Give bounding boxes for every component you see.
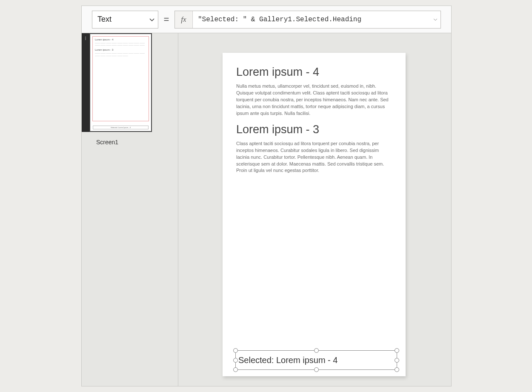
thumbnail-grip[interactable] (82, 33, 89, 132)
thumb-item-heading: Lorem ipsum - 4 (95, 38, 146, 41)
resize-handle-n[interactable] (314, 348, 319, 353)
gallery-item-body: Nulla metus metus, ullamcorper vel, tinc… (236, 83, 392, 117)
gallery-item[interactable]: Lorem ipsum - 4 Nulla metus metus, ullam… (236, 66, 392, 117)
gallery[interactable]: Lorem ipsum - 4 Nulla metus metus, ullam… (223, 53, 406, 174)
thumb-selected-label: Selected: Lorem Ipsum - 4 (93, 126, 149, 129)
gallery-item-heading: Lorem ipsum - 4 (236, 66, 392, 79)
screen-thumbnail[interactable]: Lorem ipsum - 4 ——— ——— ——— ——— ——— ——— … (82, 33, 178, 132)
property-dropdown-label: Text (97, 15, 112, 24)
thumb-item-heading: Lorem ipsum - 3 (95, 49, 146, 51)
selected-text-label[interactable]: Selected: Lorem ipsum - 4 (235, 350, 397, 370)
formula-bar: Text = fx "Selected: " & Gallery1.Select… (82, 6, 451, 33)
resize-handle-e[interactable] (395, 358, 399, 363)
resize-handle-nw[interactable] (233, 348, 238, 353)
gallery-item[interactable]: Lorem ipsum - 3 Class aptent taciti soci… (236, 123, 392, 175)
resize-handle-ne[interactable] (395, 348, 399, 353)
resize-handle-sw[interactable] (233, 367, 238, 372)
chevron-down-icon (149, 16, 154, 23)
gallery-item-body: Class aptent taciti sociosqu ad litora t… (236, 140, 392, 175)
property-dropdown[interactable]: Text (92, 11, 158, 29)
resize-handle-w[interactable] (233, 358, 238, 363)
resize-handle-se[interactable] (395, 367, 399, 372)
equals-sign: = (163, 14, 170, 25)
app-frame: Text = fx "Selected: " & Gallery1.Select… (81, 6, 452, 386)
canvas-area: Lorem ipsum - 4 Nulla metus metus, ullam… (179, 33, 451, 386)
thumb-item-body: ——— ——— ——— ——— ——— ——— ——— ——— ——— ——— … (95, 52, 146, 56)
gallery-item-heading: Lorem ipsum - 3 (236, 123, 392, 136)
fx-icon[interactable]: fx (175, 11, 193, 28)
formula-box: fx "Selected: " & Gallery1.Selected.Head… (174, 11, 441, 29)
screen-thumbnails-panel: Lorem ipsum - 4 ——— ——— ——— ——— ——— ——— … (82, 33, 178, 386)
resize-handle-s[interactable] (314, 367, 319, 372)
formula-input[interactable]: "Selected: " & Gallery1.Selected.Heading (193, 11, 430, 28)
device-preview[interactable]: Lorem ipsum - 4 Nulla metus metus, ullam… (223, 53, 406, 376)
selected-text-value: Selected: Lorem ipsum - 4 (238, 355, 338, 365)
screen-name-label[interactable]: Screen1 (96, 139, 118, 146)
formula-expand-icon[interactable] (430, 11, 440, 28)
thumb-item-body: ——— ——— ——— ——— ——— ——— ——— ——— ——— ——— … (95, 42, 146, 46)
